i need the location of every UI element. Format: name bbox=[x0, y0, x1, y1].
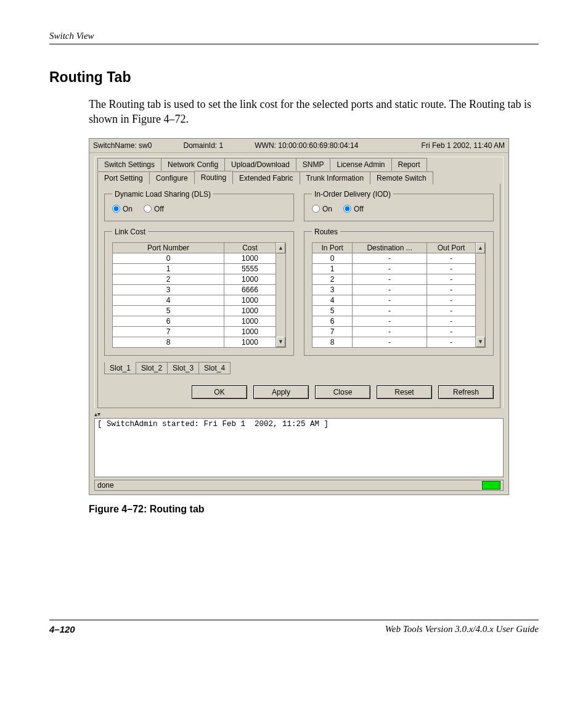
iod-off-radio[interactable] bbox=[343, 205, 351, 213]
slot-tab-1[interactable]: Slot_1 bbox=[104, 362, 136, 374]
reset-button[interactable]: Reset bbox=[377, 385, 432, 399]
apply-button[interactable]: Apply bbox=[253, 385, 309, 399]
cell-outport[interactable]: - bbox=[427, 295, 476, 305]
ok-button[interactable]: OK bbox=[192, 385, 247, 399]
cell-outport[interactable]: - bbox=[427, 316, 476, 326]
table-row[interactable]: 7-- bbox=[312, 326, 476, 337]
scroll-down-icon[interactable]: ▼ bbox=[276, 337, 285, 347]
tab-report[interactable]: Report bbox=[391, 158, 427, 171]
table-row[interactable]: 21000 bbox=[113, 274, 276, 284]
cell-port[interactable]: 6 bbox=[113, 316, 224, 326]
table-row[interactable]: 51000 bbox=[113, 305, 276, 316]
cell-inport[interactable]: 7 bbox=[312, 326, 353, 337]
cell-outport[interactable]: - bbox=[427, 337, 476, 347]
cell-cost[interactable]: 1000 bbox=[224, 326, 276, 337]
cell-inport[interactable]: 1 bbox=[312, 263, 353, 274]
cell-outport[interactable]: - bbox=[427, 263, 476, 274]
cell-port[interactable]: 3 bbox=[113, 284, 224, 295]
cell-dest[interactable]: - bbox=[353, 305, 427, 316]
table-row[interactable]: 61000 bbox=[113, 316, 276, 326]
cell-outport[interactable]: - bbox=[427, 284, 476, 295]
routes-col-inport[interactable]: In Port bbox=[312, 242, 353, 253]
cell-cost[interactable]: 1000 bbox=[224, 316, 276, 326]
tab-port-setting[interactable]: Port Setting bbox=[97, 171, 150, 184]
table-row[interactable]: 2-- bbox=[312, 274, 476, 284]
cell-dest[interactable]: - bbox=[353, 274, 427, 284]
table-row[interactable]: 4-- bbox=[312, 295, 476, 305]
table-row[interactable]: 5-- bbox=[312, 305, 476, 316]
table-row[interactable]: 81000 bbox=[113, 337, 276, 347]
refresh-button[interactable]: Refresh bbox=[438, 385, 494, 399]
tab-upload-download[interactable]: Upload/Download bbox=[224, 158, 296, 171]
slot-tab-3[interactable]: Slot_3 bbox=[167, 362, 199, 374]
cell-cost[interactable]: 6666 bbox=[224, 284, 276, 295]
table-row[interactable]: 01000 bbox=[113, 253, 276, 263]
cell-inport[interactable]: 2 bbox=[312, 274, 353, 284]
cell-dest[interactable]: - bbox=[353, 253, 427, 263]
cell-dest[interactable]: - bbox=[353, 263, 427, 274]
link-cost-table[interactable]: Port Number Cost 01000155552100036666410… bbox=[112, 242, 276, 348]
cell-inport[interactable]: 0 bbox=[312, 253, 353, 263]
cell-port[interactable]: 4 bbox=[113, 295, 224, 305]
table-row[interactable]: 71000 bbox=[113, 326, 276, 337]
tab-remote-switch[interactable]: Remote Switch bbox=[370, 171, 433, 184]
table-row[interactable]: 36666 bbox=[113, 284, 276, 295]
cell-cost[interactable]: 1000 bbox=[224, 295, 276, 305]
table-row[interactable]: 8-- bbox=[312, 337, 476, 347]
cell-cost[interactable]: 1000 bbox=[224, 305, 276, 316]
close-button[interactable]: Close bbox=[315, 385, 370, 399]
cell-port[interactable]: 5 bbox=[113, 305, 224, 316]
iod-off-option[interactable]: Off bbox=[343, 205, 364, 213]
cell-inport[interactable]: 6 bbox=[312, 316, 353, 326]
link-cost-scrollbar[interactable]: ▲ ▼ bbox=[276, 242, 286, 348]
cell-inport[interactable]: 4 bbox=[312, 295, 353, 305]
cell-cost[interactable]: 1000 bbox=[224, 274, 276, 284]
cell-outport[interactable]: - bbox=[427, 253, 476, 263]
cell-cost[interactable]: 5555 bbox=[224, 263, 276, 274]
cell-cost[interactable]: 1000 bbox=[224, 253, 276, 263]
cell-outport[interactable]: - bbox=[427, 274, 476, 284]
cell-dest[interactable]: - bbox=[353, 284, 427, 295]
tab-network-config[interactable]: Network Config bbox=[161, 158, 225, 171]
tab-license-admin[interactable]: License Admin bbox=[330, 158, 391, 171]
cell-port[interactable]: 1 bbox=[113, 263, 224, 274]
dls-on-option[interactable]: On bbox=[112, 205, 133, 213]
cell-port[interactable]: 7 bbox=[113, 326, 224, 337]
cell-outport[interactable]: - bbox=[427, 305, 476, 316]
tab-routing[interactable]: Routing bbox=[194, 171, 233, 184]
routes-scrollbar[interactable]: ▲ ▼ bbox=[476, 242, 486, 348]
routes-col-outport[interactable]: Out Port bbox=[427, 242, 476, 253]
cell-port[interactable]: 8 bbox=[113, 337, 224, 347]
tab-switch-settings[interactable]: Switch Settings bbox=[97, 158, 161, 171]
dls-off-radio[interactable] bbox=[144, 205, 152, 213]
scroll-up-icon[interactable]: ▲ bbox=[476, 243, 485, 253]
tab-configure[interactable]: Configure bbox=[149, 171, 195, 184]
table-row[interactable]: 1-- bbox=[312, 263, 476, 274]
tab-snmp[interactable]: SNMP bbox=[296, 158, 331, 171]
cell-inport[interactable]: 5 bbox=[312, 305, 353, 316]
link-cost-col-cost[interactable]: Cost bbox=[224, 242, 276, 253]
cell-cost[interactable]: 1000 bbox=[224, 337, 276, 347]
cell-dest[interactable]: - bbox=[353, 316, 427, 326]
dls-off-option[interactable]: Off bbox=[144, 205, 164, 213]
iod-on-radio[interactable] bbox=[312, 205, 320, 213]
table-row[interactable]: 15555 bbox=[113, 263, 276, 274]
cell-dest[interactable]: - bbox=[353, 337, 427, 347]
routes-table[interactable]: In Port Destination ... Out Port 0--1--2… bbox=[312, 242, 476, 348]
dls-on-radio[interactable] bbox=[112, 205, 120, 213]
cell-port[interactable]: 2 bbox=[113, 274, 224, 284]
tab-extended-fabric[interactable]: Extended Fabric bbox=[232, 171, 300, 184]
routes-col-dest[interactable]: Destination ... bbox=[353, 242, 427, 253]
slot-tab-4[interactable]: Slot_4 bbox=[198, 362, 231, 374]
table-row[interactable]: 41000 bbox=[113, 295, 276, 305]
cell-inport[interactable]: 8 bbox=[312, 337, 353, 347]
iod-on-option[interactable]: On bbox=[312, 205, 332, 213]
cell-outport[interactable]: - bbox=[427, 326, 476, 337]
table-row[interactable]: 0-- bbox=[312, 253, 476, 263]
tab-trunk-information[interactable]: Trunk Information bbox=[300, 171, 371, 184]
scroll-up-icon[interactable]: ▲ bbox=[276, 243, 285, 253]
cell-dest[interactable]: - bbox=[353, 295, 427, 305]
table-row[interactable]: 3-- bbox=[312, 284, 476, 295]
cell-port[interactable]: 0 bbox=[113, 253, 224, 263]
scroll-down-icon[interactable]: ▼ bbox=[476, 337, 485, 347]
